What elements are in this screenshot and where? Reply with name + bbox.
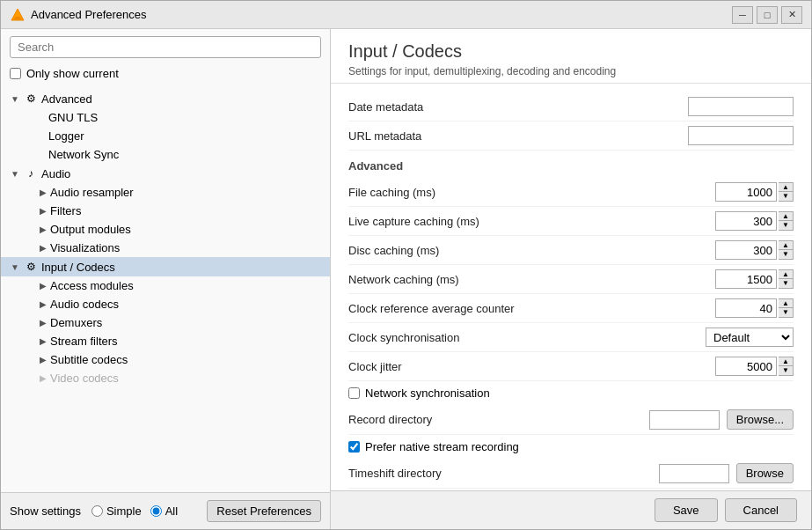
- control-file-caching: ▲ ▼: [715, 182, 794, 202]
- setting-row-clock-jitter: Clock jitter ▲ ▼: [348, 352, 794, 381]
- tree-child-video-codecs[interactable]: ▶ Video codecs: [1, 369, 330, 387]
- spin-down-clock-ref[interactable]: ▼: [779, 308, 793, 317]
- setting-row-clock-sync: Clock synchronisation Default None Avera…: [348, 323, 794, 352]
- tree-label-audio: Audio: [41, 167, 70, 180]
- tree-child-network-sync[interactable]: Network Sync: [1, 145, 330, 164]
- all-radio[interactable]: [150, 505, 162, 517]
- spin-down-network-caching[interactable]: ▼: [779, 279, 793, 288]
- tree-label-gnu-tls: GNU TLS: [48, 111, 98, 124]
- tree-child-output-modules[interactable]: ▶ Output modules: [1, 220, 330, 239]
- checkbox-network-sync[interactable]: [348, 387, 360, 399]
- tree-label-filters: Filters: [50, 204, 81, 217]
- all-radio-label[interactable]: All: [150, 504, 178, 518]
- save-button[interactable]: Save: [655, 498, 718, 522]
- tree-child-logger[interactable]: Logger: [1, 127, 330, 145]
- tree-label-network-sync: Network Sync: [48, 148, 119, 161]
- control-disc-caching: ▲ ▼: [715, 240, 794, 260]
- input-timeshift-dir[interactable]: [659, 464, 729, 483]
- browse-record-dir-button[interactable]: Browse...: [727, 409, 794, 430]
- right-footer: Save Cancel: [331, 490, 811, 529]
- expand-filters: ▶: [40, 206, 47, 216]
- setting-row-clock-ref: Clock reference average counter ▲ ▼: [348, 294, 794, 323]
- spinbox-btns-clock-ref: ▲ ▼: [779, 298, 794, 318]
- spin-down-disc-caching[interactable]: ▼: [779, 250, 793, 259]
- spin-up-live-capture[interactable]: ▲: [779, 212, 793, 221]
- label-clock-ref: Clock reference average counter: [348, 302, 715, 315]
- left-panel: Only show current ▼ ⚙ Advanced GNU TLS L…: [1, 29, 331, 529]
- spinbox-btns-network-caching: ▲ ▼: [779, 269, 794, 289]
- input-file-caching[interactable]: [715, 182, 777, 202]
- input-codecs-icon: ⚙: [24, 260, 38, 274]
- spin-up-clock-jitter[interactable]: ▲: [779, 357, 793, 366]
- label-prefer-native: Prefer native stream recording: [365, 440, 519, 453]
- control-date-metadata: [688, 97, 794, 116]
- input-date-metadata[interactable]: [688, 97, 794, 116]
- input-url-metadata[interactable]: [688, 126, 794, 145]
- input-live-capture-caching[interactable]: [715, 211, 777, 231]
- control-url-metadata: [688, 126, 794, 145]
- simple-radio[interactable]: [91, 505, 103, 517]
- tree-label-subtitle-codecs: Subtitle codecs: [50, 353, 128, 366]
- maximize-button[interactable]: □: [757, 6, 778, 24]
- spin-down-clock-jitter[interactable]: ▼: [779, 366, 793, 375]
- main-window: Advanced Preferences ─ □ ✕ Only show cur…: [0, 0, 812, 530]
- tree-label-visualizations: Visualizations: [50, 241, 120, 254]
- right-content: Date metadata URL metadata Advanced File…: [331, 84, 811, 490]
- input-network-caching[interactable]: [715, 269, 777, 289]
- tree-child-stream-filters[interactable]: ▶ Stream filters: [1, 332, 330, 350]
- right-panel: Input / Codecs Settings for input, demul…: [331, 29, 811, 529]
- reset-preferences-button[interactable]: Reset Preferences: [207, 500, 321, 522]
- tree-child-filters[interactable]: ▶ Filters: [1, 202, 330, 220]
- browse-timeshift-dir-button[interactable]: Browse: [736, 463, 794, 483]
- label-clock-sync: Clock synchronisation: [348, 331, 706, 344]
- input-disc-caching[interactable]: [715, 240, 777, 260]
- tree-child-audio-resampler[interactable]: ▶ Audio resampler: [1, 183, 330, 202]
- control-timeshift-dir: Browse: [659, 463, 794, 483]
- label-live-capture-caching: Live capture caching (ms): [348, 215, 715, 228]
- expand-visualizations: ▶: [40, 243, 47, 253]
- search-input[interactable]: [10, 36, 321, 58]
- expand-video-codecs: ▶: [40, 373, 47, 383]
- spin-down-file-caching[interactable]: ▼: [779, 192, 793, 201]
- right-title: Input / Codecs: [348, 41, 794, 62]
- select-clock-sync[interactable]: Default None Average RTP: [706, 328, 794, 347]
- tree-label-logger: Logger: [48, 129, 84, 143]
- tree-child-demuxers[interactable]: ▶ Demuxers: [1, 313, 330, 332]
- simple-radio-label[interactable]: Simple: [91, 504, 142, 518]
- checkbox-prefer-native[interactable]: [348, 441, 360, 453]
- setting-row-live-capture-caching: Live capture caching (ms) ▲ ▼: [348, 207, 794, 236]
- spin-up-network-caching[interactable]: ▲: [779, 270, 793, 279]
- tree-child-subtitle-codecs[interactable]: ▶ Subtitle codecs: [1, 350, 330, 369]
- setting-row-file-caching: File caching (ms) ▲ ▼: [348, 178, 794, 207]
- input-clock-jitter[interactable]: [715, 357, 777, 376]
- tree-item-advanced[interactable]: ▼ ⚙ Advanced: [1, 89, 330, 108]
- content-area: Only show current ▼ ⚙ Advanced GNU TLS L…: [1, 29, 811, 529]
- close-button[interactable]: ✕: [781, 6, 802, 24]
- cancel-button[interactable]: Cancel: [725, 498, 797, 522]
- tree-item-input-codecs[interactable]: ▼ ⚙ Input / Codecs: [1, 257, 330, 276]
- only-show-current-checkbox[interactable]: [10, 68, 21, 79]
- title-bar-left: Advanced Preferences: [10, 7, 147, 23]
- tree-label-access-modules: Access modules: [50, 279, 134, 292]
- tree-label-video-codecs: Video codecs: [50, 372, 119, 385]
- tree-child-access-modules[interactable]: ▶ Access modules: [1, 276, 330, 295]
- spin-down-live-capture[interactable]: ▼: [779, 221, 793, 230]
- spin-up-file-caching[interactable]: ▲: [779, 183, 793, 192]
- tree-label-advanced: Advanced: [41, 92, 92, 106]
- toggle-advanced: ▼: [8, 92, 22, 106]
- tree-label-audio-resampler: Audio resampler: [50, 186, 134, 199]
- spin-up-clock-ref[interactable]: ▲: [779, 299, 793, 308]
- show-settings-label: Show settings: [10, 504, 81, 518]
- setting-row-timeshift-dir: Timeshift directory Browse: [348, 459, 794, 489]
- tree-item-audio[interactable]: ▼ ♪ Audio: [1, 164, 330, 183]
- tree-child-audio-codecs[interactable]: ▶ Audio codecs: [1, 295, 330, 313]
- spin-up-disc-caching[interactable]: ▲: [779, 241, 793, 250]
- tree-child-visualizations[interactable]: ▶ Visualizations: [1, 239, 330, 257]
- expand-stream-filters: ▶: [40, 336, 47, 346]
- tree-label-audio-codecs: Audio codecs: [50, 298, 119, 311]
- control-clock-sync: Default None Average RTP: [706, 328, 794, 347]
- input-clock-ref[interactable]: [715, 298, 777, 318]
- input-record-dir[interactable]: [649, 410, 720, 430]
- minimize-button[interactable]: ─: [732, 6, 753, 24]
- tree-child-gnu-tls[interactable]: GNU TLS: [1, 108, 330, 127]
